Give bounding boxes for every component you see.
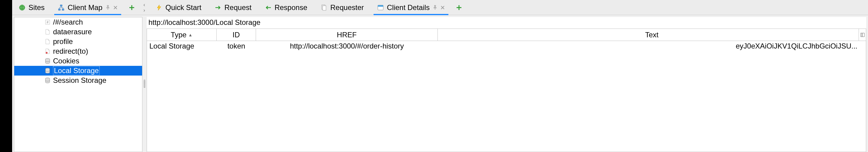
lightning-icon — [156, 4, 162, 11]
tab-client-details[interactable]: Client Details — [371, 0, 452, 15]
tab-client-map[interactable]: Client Map — [51, 0, 124, 15]
svg-rect-5 — [62, 9, 64, 10]
vertical-splitter[interactable] — [143, 15, 147, 152]
db-icon — [44, 77, 51, 83]
document-icon — [320, 4, 327, 11]
column-header-text[interactable]: Text — [438, 29, 866, 41]
file-icon — [44, 39, 51, 45]
breadcrumb-path: http://localhost:3000/Local Storage — [149, 18, 260, 26]
sort-asc-icon: ▲ — [188, 32, 193, 37]
left-tab-group: Sites Client Map — [12, 0, 140, 15]
file-red-icon — [44, 48, 51, 54]
details-panel: http://localhost:3000/Local Storage Type… — [147, 17, 866, 152]
close-icon[interactable] — [440, 5, 445, 10]
tree-item[interactable]: #/#/search — [14, 17, 142, 27]
add-tab-left-button[interactable] — [124, 0, 140, 15]
tab-quick-start-label: Quick Start — [165, 3, 202, 12]
tree-item-label: redirect(to) — [53, 47, 88, 55]
add-tab-right-button[interactable] — [452, 0, 467, 15]
window-icon — [377, 4, 384, 11]
arrow-left-icon — [265, 4, 272, 11]
hash-icon: # — [44, 19, 51, 25]
svg-rect-4 — [59, 9, 60, 10]
pin-icon[interactable] — [105, 5, 110, 10]
breadcrumb: http://localhost:3000/Local Storage — [147, 17, 866, 28]
tab-client-details-label: Client Details — [387, 3, 430, 12]
svg-rect-3 — [60, 5, 62, 6]
globe-icon — [19, 4, 26, 11]
tree-item-label: Cookies — [53, 57, 80, 65]
tab-request[interactable]: Request — [208, 0, 258, 15]
svg-rect-9 — [378, 5, 383, 7]
tab-client-map-label: Client Map — [68, 3, 102, 12]
file-icon — [44, 29, 51, 35]
tab-requester-label: Requester — [330, 3, 364, 12]
column-header-id[interactable]: ID — [217, 29, 256, 41]
storage-table: Type ▲ ID HREF Text — [147, 28, 866, 152]
tab-response[interactable]: Response — [258, 0, 314, 15]
tree-item[interactable]: profile — [14, 37, 142, 46]
svg-point-12 — [46, 52, 48, 54]
left-gutter — [0, 0, 12, 152]
sitemap-icon — [58, 4, 65, 11]
tab-response-label: Response — [275, 3, 307, 12]
column-header-href[interactable]: HREF — [256, 29, 438, 41]
tree-item[interactable]: dataerasure — [14, 27, 142, 37]
column-config-button[interactable] — [859, 29, 866, 41]
cell-href: http://localhost:3000/#/order-history — [256, 42, 438, 50]
tab-sites[interactable]: Sites — [12, 0, 51, 15]
tab-quick-start[interactable]: Quick Start — [149, 0, 208, 15]
column-header-id-label: ID — [233, 31, 240, 39]
tab-request-label: Request — [224, 3, 251, 12]
tree-item-label: profile — [53, 37, 73, 46]
tree-panel[interactable]: #/#/searchdataerasureprofileredirect(to)… — [14, 17, 143, 152]
tree-item-label: dataerasure — [53, 28, 92, 36]
pin-icon[interactable] — [433, 5, 437, 10]
table-row[interactable]: Local Storagetokenhttp://localhost:3000/… — [147, 41, 866, 51]
svg-text:#: # — [46, 20, 49, 24]
tab-sites-label: Sites — [29, 3, 44, 12]
svg-rect-17 — [862, 33, 864, 37]
tree-item[interactable]: Cookies — [14, 56, 142, 66]
cell-text: eyJ0eXAiOiJKV1QiLCJhbGciOiJSU... — [438, 42, 866, 50]
db-icon — [44, 58, 51, 64]
right-tab-group: Quick Start Request Response — [149, 0, 868, 15]
column-header-href-label: HREF — [337, 31, 356, 39]
tree-item-label: Local Storage — [53, 66, 100, 75]
cell-type: Local Storage — [147, 42, 217, 50]
table-body[interactable]: Local Storagetokenhttp://localhost:3000/… — [147, 41, 866, 152]
column-header-type-label: Type — [171, 31, 187, 39]
tree-item[interactable]: Session Storage — [14, 76, 142, 85]
panel-divider[interactable]: ‹ › — [140, 0, 149, 15]
tab-strip: Sites Client Map — [12, 0, 868, 15]
tree-item[interactable]: Local Storage — [14, 66, 142, 76]
tree-item-label: Session Storage — [53, 76, 106, 85]
chevron-right-icon: › — [143, 7, 145, 13]
grip-icon — [144, 80, 146, 88]
column-header-text-label: Text — [645, 31, 658, 39]
tab-requester[interactable]: Requester — [314, 0, 371, 15]
svg-rect-7 — [323, 6, 326, 10]
column-header-type[interactable]: Type ▲ — [147, 29, 217, 41]
cell-id: token — [217, 42, 256, 50]
tree-item[interactable]: redirect(to) — [14, 46, 142, 56]
chevron-left-icon: ‹ — [143, 2, 145, 7]
close-icon[interactable] — [113, 5, 118, 10]
table-header: Type ▲ ID HREF Text — [147, 29, 866, 41]
tree-item-label: /#/search — [53, 18, 83, 26]
arrow-right-icon — [215, 4, 221, 11]
db-icon — [44, 68, 51, 74]
svg-rect-16 — [861, 33, 862, 37]
